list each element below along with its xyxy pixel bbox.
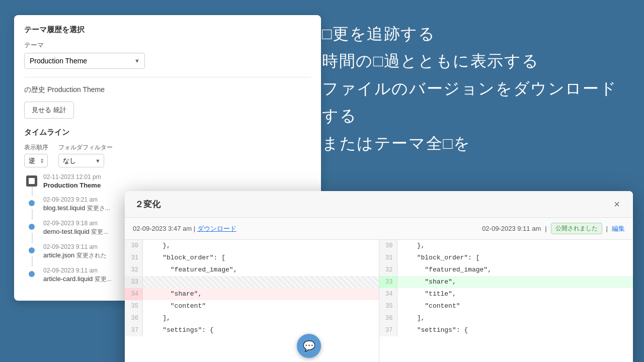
theme-label: テーマ <box>24 41 311 50</box>
line-number: 30 <box>379 240 397 252</box>
timeline-icon-container <box>24 173 39 187</box>
line-number: 30 <box>125 240 143 252</box>
line-number: 36 <box>379 312 397 324</box>
line-number: 32 <box>125 264 143 276</box>
line-content: }, <box>397 240 633 252</box>
diff-row: 35 "content" <box>125 300 379 312</box>
diff-modal-title: ２変化 <box>135 199 160 210</box>
line-number: 35 <box>379 300 397 312</box>
chat-icon: 💬 <box>303 340 315 352</box>
line-number: 37 <box>125 324 143 336</box>
line-content: ], <box>397 312 633 324</box>
hero-line1: □更を追跡する <box>322 20 634 47</box>
line-content: "settings": { <box>143 324 379 336</box>
hero-line4: またはテーマ全□を <box>322 130 634 157</box>
theme-icon-inner <box>29 178 35 184</box>
diff-row: 33 <box>125 276 379 288</box>
line-content: }, <box>143 240 379 252</box>
diff-toolbar-right: 02-09-2023 9:11 am | 公開されました | 編集 <box>379 223 625 234</box>
theme-select[interactable]: Production ThemeStaging ThemeDevelopment… <box>24 53 145 69</box>
timeline-dot <box>29 200 35 206</box>
line-number: 36 <box>125 312 143 324</box>
dot-container <box>24 267 39 277</box>
line-number: 32 <box>379 264 397 276</box>
timeline-label: タイムライン <box>24 128 311 137</box>
filter-select[interactable]: なしsectionstemplatesassets <box>58 154 104 167</box>
diff-toolbar-left: 02-09-2023 3:47 am | ダウンロード <box>133 224 379 233</box>
hero-line3: ファイルのバージョンをダウンロードする <box>322 75 634 130</box>
left-separator: | <box>194 225 197 232</box>
diff-row: 32 "featured_image", <box>379 264 633 276</box>
diff-right-side: 30 },31 "block_order": [32 "featured_ima… <box>379 240 633 362</box>
line-content: "share", <box>143 288 379 300</box>
hero-section: □更を追跡する 時間の□過とともに表示する ファイルのバージョンをダウンロードす… <box>322 20 634 157</box>
line-number: 31 <box>379 252 397 264</box>
right-date: 02-09-2023 9:11 am <box>482 225 541 232</box>
edit-link[interactable]: 編集 <box>612 224 625 233</box>
timeline-content: 02-11-2023 12:01 pm Production Theme <box>43 173 311 189</box>
diff-row: 34 "title", <box>379 288 633 300</box>
dot-container <box>24 243 39 253</box>
line-number: 33 <box>379 276 397 288</box>
divider-1 <box>24 77 311 77</box>
diff-table: 30 },31 "block_order": [32 "featured_ima… <box>125 240 633 362</box>
sort-select[interactable]: 逆正 <box>24 154 48 167</box>
theme-select-wrapper: Production ThemeStaging ThemeDevelopment… <box>24 53 145 69</box>
line-content: "featured_image", <box>143 264 379 276</box>
timeline-line <box>32 187 33 196</box>
line-content: "content" <box>143 300 379 312</box>
diff-row: 31 "block_order": [ <box>379 252 633 264</box>
right-separator: | <box>545 225 546 232</box>
diff-modal-header: ２変化 × <box>125 191 633 218</box>
line-number: 34 <box>125 288 143 300</box>
dot-container <box>24 196 39 206</box>
history-title: の歴史 Production Theme <box>24 85 311 95</box>
diff-row: 33 "share", <box>379 276 633 288</box>
filter-label: フォルダフィルター <box>58 143 113 152</box>
diff-row: 37 "settings": { <box>125 324 379 336</box>
close-button[interactable]: × <box>611 198 623 210</box>
timeline-line <box>32 256 33 267</box>
hero-line2: 時間の□過とともに表示する <box>322 47 634 74</box>
download-link[interactable]: ダウンロード <box>197 225 236 232</box>
stats-button[interactable]: 見せる 統計 <box>24 102 74 119</box>
filter-select-wrapper: なしsectionstemplatesassets ▼ <box>58 154 104 167</box>
timeline-controls: 表示順序 逆正 ⇕ フォルダフィルター なしsectionstemplatesa… <box>24 143 311 167</box>
line-number: 35 <box>125 300 143 312</box>
filter-control: フォルダフィルター なしsectionstemplatesassets ▼ <box>58 143 113 167</box>
line-content: "share", <box>397 276 633 288</box>
timeline-line <box>32 233 33 243</box>
published-badge: 公開されました <box>551 223 602 234</box>
line-content <box>143 276 379 288</box>
timeline-dot <box>29 224 35 230</box>
line-content: "content" <box>397 300 633 312</box>
line-content: "block_order": [ <box>143 252 379 264</box>
sort-select-wrapper: 逆正 ⇕ <box>24 154 48 167</box>
diff-row: 30 }, <box>125 240 379 252</box>
timeline-name: Production Theme <box>43 182 311 189</box>
line-content: "title", <box>397 288 633 300</box>
line-content: "settings": { <box>397 324 633 336</box>
chat-button[interactable]: 💬 <box>297 334 321 358</box>
sort-label: 表示順序 <box>24 143 48 152</box>
theme-icon <box>26 175 37 187</box>
line-number: 34 <box>379 288 397 300</box>
diff-row: 30 }, <box>379 240 633 252</box>
diff-row: 35 "content" <box>379 300 633 312</box>
line-number: 33 <box>125 276 143 288</box>
sort-control: 表示順序 逆正 ⇕ <box>24 143 48 167</box>
timeline-date: 02-11-2023 12:01 pm <box>43 173 311 180</box>
timeline-line <box>32 209 33 220</box>
line-content: ], <box>143 312 379 324</box>
line-content: "block_order": [ <box>397 252 633 264</box>
dot-container <box>24 220 39 230</box>
timeline-dot <box>29 247 35 253</box>
timeline-dot <box>29 271 35 277</box>
line-number: 31 <box>125 252 143 264</box>
diff-row: 37 "settings": { <box>379 324 633 336</box>
list-item[interactable]: 02-11-2023 12:01 pm Production Theme <box>24 173 311 189</box>
diff-left-side: 30 },31 "block_order": [32 "featured_ima… <box>125 240 379 362</box>
left-date: 02-09-2023 3:47 am <box>133 225 192 232</box>
diff-row: 32 "featured_image", <box>125 264 379 276</box>
diff-row: 31 "block_order": [ <box>125 252 379 264</box>
